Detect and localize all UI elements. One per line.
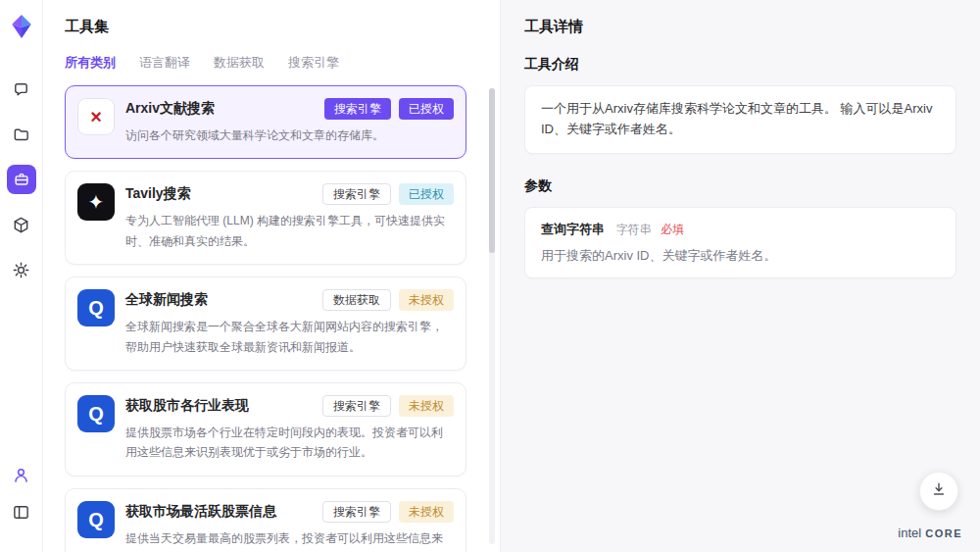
gear-icon[interactable]: [7, 255, 36, 284]
tool-description: 提供股票市场各个行业在特定时间段内的表现。投资者可以利用这些信息来识别表现优于或…: [125, 423, 454, 463]
param-name: 查询字符串: [541, 222, 605, 236]
category-badge: 搜索引擎: [322, 395, 391, 417]
param-description: 用于搜索的Arxiv ID、关键字或作者姓名。: [541, 247, 940, 265]
auth-status-badge: 未授权: [399, 395, 454, 417]
core-wordmark: CORE: [925, 527, 962, 539]
tool-name: 获取股市各行业表现: [125, 397, 322, 415]
category-tab-label: 搜索引擎: [288, 55, 339, 70]
tool-icon-glyph: Q: [88, 298, 104, 318]
auth-status-badge: 未授权: [399, 289, 454, 311]
app-window: 工具集 所有类别 语言翻译 数据获取 搜索引擎 × Arxiv文献搜索 搜索引擎…: [0, 0, 980, 552]
tool-icon-glyph: ✦: [88, 192, 105, 212]
category-tab[interactable]: 语言翻译: [139, 54, 190, 72]
tool-icon-glyph: ×: [90, 107, 102, 126]
cube-icon[interactable]: [7, 210, 36, 239]
param-card: 查询字符串 字符串 必填 用于搜索的Arxiv ID、关键字或作者姓名。: [524, 207, 956, 278]
category-badge: 搜索引擎: [322, 183, 391, 205]
params-heading: 参数: [524, 177, 956, 195]
panel-toggle-icon[interactable]: [7, 497, 36, 527]
category-tab[interactable]: 数据获取: [214, 54, 265, 72]
tool-description: 全球新闻搜索是一个聚合全球各大新闻网站内容的搜索引擎，帮助用户快速获取全球最新资…: [125, 317, 454, 357]
category-tabs: 所有类别 语言翻译 数据获取 搜索引擎: [65, 54, 478, 72]
auth-status-badge: 已授权: [399, 183, 454, 205]
param-required-badge: 必填: [661, 223, 684, 236]
scrollbar: [489, 88, 495, 544]
intro-text: 一个用于从Arxiv存储库搜索科学论文和文章的工具。 输入可以是Arxiv ID…: [541, 101, 932, 136]
tool-name: 获取市场最活跃股票信息: [125, 503, 322, 521]
tool-list-panel: 工具集 所有类别 语言翻译 数据获取 搜索引擎 × Arxiv文献搜索 搜索引擎…: [43, 0, 500, 552]
category-tab[interactable]: 所有类别: [65, 54, 116, 72]
category-tab[interactable]: 搜索引擎: [288, 54, 339, 72]
stock-sector-icon: Q: [77, 395, 115, 432]
category-tab-label: 语言翻译: [139, 55, 190, 70]
tool-description: 专为人工智能代理 (LLM) 构建的搜索引擎工具，可快速提供实时、准确和真实的结…: [125, 211, 454, 251]
active-stocks-icon: Q: [77, 501, 115, 538]
tavily-icon: ✦: [77, 183, 115, 221]
category-badge: 搜索引擎: [322, 501, 391, 523]
tool-card[interactable]: ✦ Tavily搜索 搜索引擎 已授权 专为人工智能代理 (LLM) 构建的搜索…: [65, 171, 466, 265]
tool-card[interactable]: × Arxiv文献搜索 搜索引擎 已授权 访问各个研究领域大量科学论文和文章的存…: [65, 85, 466, 159]
param-type: 字符串: [616, 223, 652, 236]
intel-core-logo: intel CORE: [898, 526, 962, 540]
tool-list: × Arxiv文献搜索 搜索引擎 已授权 访问各个研究领域大量科学论文和文章的存…: [65, 85, 478, 552]
tool-name: 全球新闻搜索: [125, 291, 322, 309]
intro-heading: 工具介绍: [524, 56, 956, 74]
intel-wordmark: intel: [898, 526, 921, 540]
category-badge: 数据获取: [322, 289, 391, 311]
tool-icon-glyph: Q: [88, 510, 104, 529]
app-logo-icon: [9, 14, 34, 39]
briefcase-icon[interactable]: [7, 165, 36, 194]
icon-rail: [0, 0, 43, 552]
arxiv-icon: ×: [77, 98, 115, 135]
category-badge: 搜索引擎: [324, 98, 391, 120]
tool-description: 提供当天交易量最高的股票列表，投资者可以利用这些信息来识别流动性强的股票和潜在的…: [125, 528, 454, 552]
user-icon[interactable]: [7, 460, 36, 489]
page-title: 工具集: [65, 18, 478, 36]
tool-name: Arxiv文献搜索: [125, 100, 324, 118]
detail-title: 工具详情: [524, 18, 956, 36]
auth-status-badge: 已授权: [399, 98, 454, 120]
folder-icon[interactable]: [7, 120, 36, 149]
tool-card[interactable]: Q 全球新闻搜索 数据获取 未授权 全球新闻搜索是一个聚合全球各大新闻网站内容的…: [65, 276, 466, 371]
category-tab-label: 数据获取: [214, 55, 265, 70]
tool-card[interactable]: Q 获取市场最活跃股票信息 搜索引擎 未授权 提供当天交易量最高的股票列表，投资…: [65, 488, 466, 552]
scrollbar-thumb[interactable]: [489, 88, 495, 253]
tool-card[interactable]: Q 获取股市各行业表现 搜索引擎 未授权 提供股票市场各个行业在特定时间段内的表…: [65, 382, 466, 477]
tool-name: Tavily搜索: [125, 185, 322, 203]
global-news-icon: Q: [77, 289, 115, 326]
tool-description: 访问各个研究领域大量科学论文和文章的存储库。: [125, 125, 454, 145]
tool-detail-panel: 工具详情 工具介绍 一个用于从Arxiv存储库搜索科学论文和文章的工具。 输入可…: [500, 0, 980, 552]
category-tab-label: 所有类别: [65, 55, 116, 70]
download-button[interactable]: [919, 472, 958, 511]
tool-icon-glyph: Q: [88, 404, 104, 424]
auth-status-badge: 未授权: [399, 501, 454, 523]
chat-icon[interactable]: [7, 75, 36, 104]
intro-card: 一个用于从Arxiv存储库搜索科学论文和文章的工具。 输入可以是Arxiv ID…: [524, 85, 956, 154]
download-icon: [930, 480, 948, 502]
